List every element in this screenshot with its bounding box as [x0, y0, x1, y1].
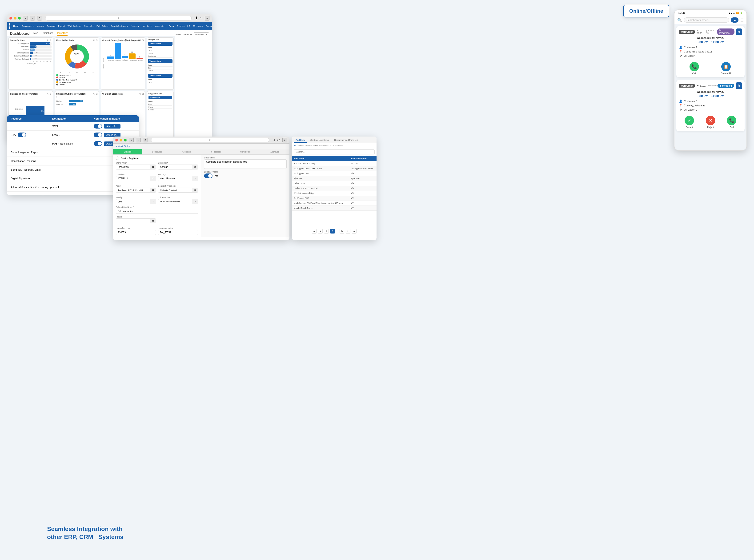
expand-icon[interactable]: ⊡: [50, 39, 52, 41]
work-type-input[interactable]: Inspection ✕: [116, 164, 156, 169]
expand-icon-3[interactable]: ⊡: [142, 39, 144, 41]
page-next[interactable]: >: [346, 229, 350, 234]
tab-inventory[interactable]: Inventory: [57, 32, 67, 36]
description-input[interactable]: Complete Site inspection including wire: [204, 159, 287, 169]
nav-iot[interactable]: IoT: [187, 25, 190, 27]
wo-expand-btn[interactable]: ⊡: [143, 138, 148, 142]
url-bar[interactable]: ⟳: [45, 16, 191, 20]
nav-incident[interactable]: Incident: [37, 25, 44, 27]
wo-call-btn-2[interactable]: 📞 Call: [727, 116, 736, 129]
nav-home[interactable]: Home: [13, 25, 19, 27]
expand-icon-5[interactable]: ⊡: [96, 93, 98, 95]
territory-input[interactable]: West Houston ✕: [158, 176, 198, 181]
subject-input[interactable]: Site Inspection: [116, 209, 198, 214]
email-toggle[interactable]: [94, 133, 102, 137]
close-dot[interactable]: [9, 17, 12, 20]
sms-attach-btn[interactable]: Attach Te...: [104, 124, 121, 128]
step-approved[interactable]: Approved: [260, 149, 289, 155]
wo-minimize-dot[interactable]: [120, 139, 122, 141]
nav-customers[interactable]: Customers ▾: [22, 25, 34, 27]
tab-recommended-parts[interactable]: Recommended Parts List: [332, 138, 360, 143]
maximize-dot[interactable]: [18, 17, 21, 20]
subtab-spare-parts[interactable]: Recommended Spare Parts: [319, 144, 343, 146]
print-icon-5[interactable]: 🖨: [93, 93, 95, 95]
wo-createft-btn-1[interactable]: 📋 Create FT: [721, 62, 731, 75]
ext-ref-input[interactable]: 234379: [116, 230, 156, 235]
menu-button[interactable]: ≡: [205, 16, 209, 20]
tab-map[interactable]: Map: [34, 32, 38, 36]
nav-accounts[interactable]: Accounts ▾: [155, 25, 166, 27]
print-icon-6[interactable]: 🖨: [139, 93, 141, 95]
nav-assets[interactable]: Assets ▾: [131, 25, 139, 27]
sms-toggle[interactable]: [94, 124, 102, 128]
wo-delete-1[interactable]: 🗑: [736, 28, 742, 35]
subtab-product[interactable]: Product: [298, 144, 304, 146]
print-icon-4[interactable]: 🖨: [47, 93, 49, 95]
print-icon[interactable]: 🖨: [47, 39, 49, 41]
contract-input[interactable]: Methodist Pricebook ✕: [158, 187, 198, 193]
page-14[interactable]: 14: [340, 229, 344, 234]
page-2[interactable]: 2: [330, 229, 335, 234]
wo-close-dot[interactable]: [115, 139, 118, 141]
expand-icon-2[interactable]: ⊡: [96, 39, 98, 41]
print-icon-2[interactable]: 🖨: [93, 39, 95, 41]
print-icon-3[interactable]: 🖨: [139, 39, 141, 41]
customer-ref-input[interactable]: DX_56789: [158, 230, 198, 235]
minimize-dot[interactable]: [14, 17, 17, 20]
step-accepted[interactable]: Accepted: [172, 149, 201, 155]
tab-add-item[interactable]: Add Item: [294, 138, 307, 143]
mobile-search-input[interactable]: Search work order...: [684, 17, 729, 23]
nav-messages[interactable]: Messages: [193, 25, 203, 27]
priority-input[interactable]: Low ✕: [116, 199, 156, 204]
nav-inventory[interactable]: Inventory ▾: [142, 25, 152, 27]
location-input[interactable]: ATSR#11 ✕: [116, 176, 156, 181]
page-1[interactable]: 1: [324, 229, 329, 234]
nav-project[interactable]: Project: [58, 25, 65, 27]
wo-maximize-dot[interactable]: [124, 139, 127, 141]
nav-company[interactable]: Company ▾: [206, 25, 212, 27]
subtab-service[interactable]: Service: [305, 144, 312, 146]
page-last[interactable]: »»: [352, 229, 356, 234]
project-input[interactable]: ✕: [116, 218, 156, 223]
nav-smartcontracts[interactable]: Smart Contracts ▾: [111, 25, 128, 27]
subtab-labor[interactable]: Labor: [313, 144, 318, 146]
subtab-all[interactable]: All: [294, 144, 296, 146]
step-created[interactable]: Created: [113, 149, 142, 155]
expand-icon-6[interactable]: ⊡: [142, 93, 144, 95]
window-expand-button[interactable]: ⊡: [37, 16, 42, 20]
wo-back-link[interactable]: < Work Order: [116, 145, 130, 147]
nav-reports[interactable]: Reports: [177, 25, 184, 27]
push-toggle[interactable]: [94, 141, 102, 146]
forward-button[interactable]: ›: [30, 16, 35, 20]
page-prev[interactable]: <: [318, 229, 323, 234]
special-pricing-toggle[interactable]: [204, 174, 212, 178]
warehouse-select[interactable]: Boausten ✕: [194, 33, 209, 36]
wo-call-btn-1[interactable]: 📞 Call: [690, 62, 699, 75]
wo-menu-btn[interactable]: ≡: [282, 138, 287, 142]
wo-fwd-btn[interactable]: ›: [136, 138, 141, 142]
mobile-menu-icon[interactable]: ☰: [740, 18, 743, 22]
nav-workorders[interactable]: Work Orders ▾: [67, 25, 81, 27]
step-inprogress[interactable]: In Progress: [201, 149, 231, 155]
items-search-input[interactable]: [294, 149, 375, 155]
step-completed[interactable]: Completed: [231, 149, 260, 155]
tab-contract-lines[interactable]: Contract Line Items: [308, 138, 331, 143]
service-tag-radio[interactable]: [116, 157, 119, 160]
expand-icon-4[interactable]: ⊡: [50, 93, 52, 95]
wo-accept-btn[interactable]: ✓ Accept: [685, 116, 694, 129]
job-template-input[interactable]: SE Inspection Template ✕: [158, 199, 198, 204]
nav-proposal[interactable]: Proposal: [47, 25, 56, 27]
page-first[interactable]: ««: [312, 229, 317, 234]
wo-url-bar[interactable]: ⟳: [151, 138, 269, 142]
wo-back-btn[interactable]: ‹: [129, 138, 134, 142]
wo-delete-2[interactable]: 🗑: [736, 82, 742, 89]
back-button[interactable]: ‹: [23, 16, 28, 20]
eta-toggle[interactable]: [18, 133, 26, 137]
customer-input[interactable]: Abridge ✕: [158, 164, 198, 169]
step-scheduled[interactable]: Scheduled: [142, 149, 172, 155]
asset-input[interactable]: Tool Type - DHT - DH+ - 1904 ✕: [116, 187, 156, 193]
nav-scheduler[interactable]: Scheduler: [84, 25, 94, 27]
nav-fieldtickets[interactable]: Field Tickets: [97, 25, 108, 27]
tab-operations[interactable]: Operations: [42, 32, 53, 36]
wo-reject-btn[interactable]: ✕ Reject: [706, 116, 715, 129]
